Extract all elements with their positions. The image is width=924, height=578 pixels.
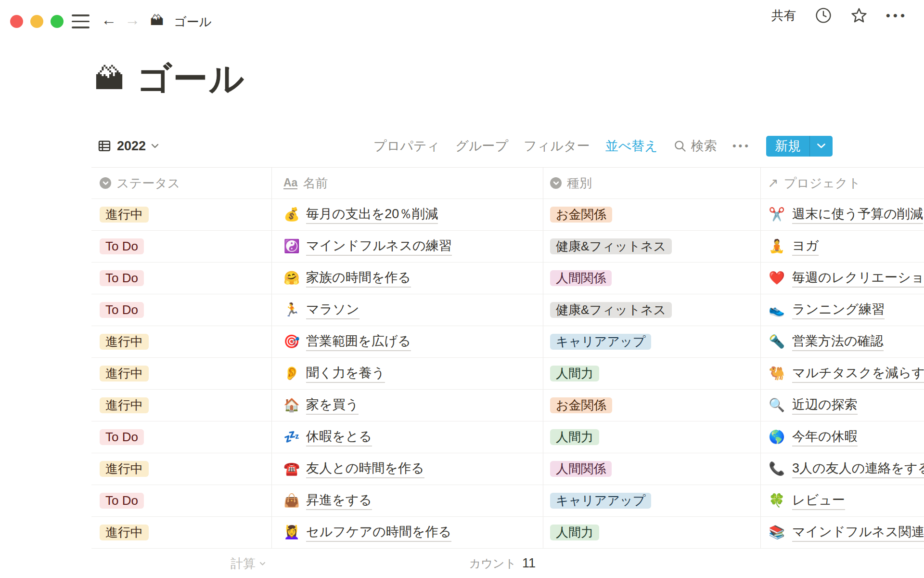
new-button-chevron-icon[interactable] <box>810 136 833 157</box>
project-link[interactable]: マインドフルネス関連 <box>792 523 924 541</box>
name-cell[interactable]: 🏠 家を買う <box>271 390 543 421</box>
count-display[interactable]: カウント 11 <box>271 556 543 571</box>
share-button[interactable]: 共有 <box>771 7 796 24</box>
type-cell[interactable]: 人間力 <box>543 358 760 389</box>
row-page-link[interactable]: 友人との時間を作る <box>306 460 424 478</box>
project-link[interactable]: 近辺の探索 <box>792 396 858 414</box>
project-cell[interactable]: 🍀 レビュー <box>760 485 924 516</box>
status-cell[interactable]: 進行中 <box>91 358 271 389</box>
forward-arrow-icon[interactable]: → <box>125 12 140 27</box>
name-cell[interactable]: 👜 昇進をする <box>271 485 543 516</box>
column-header-type[interactable]: 種別 <box>543 168 760 198</box>
view-switcher[interactable]: 2022 <box>97 135 159 157</box>
project-link[interactable]: ヨガ <box>792 237 819 255</box>
status-cell[interactable]: 進行中 <box>91 199 271 230</box>
project-link[interactable]: 週末に使う予算の削減 <box>792 205 923 223</box>
project-link[interactable]: 3人の友人の連絡をする <box>792 460 924 478</box>
page-title[interactable]: ゴール <box>137 56 245 102</box>
name-cell[interactable]: 🤗 家族の時間を作る <box>271 263 543 294</box>
row-page-link[interactable]: マラソン <box>306 301 359 319</box>
project-link[interactable]: 今年の休暇 <box>792 428 858 446</box>
status-cell[interactable]: To Do <box>91 294 271 326</box>
status-cell[interactable]: To Do <box>91 485 271 516</box>
column-header-name[interactable]: Aa 名前 <box>271 168 543 198</box>
filter-button[interactable]: フィルター <box>524 137 590 155</box>
row-page-link[interactable]: 昇進をする <box>306 491 372 510</box>
status-cell[interactable]: To Do <box>91 231 271 262</box>
name-cell[interactable]: ☯️ マインドフルネスの練習 <box>271 231 543 262</box>
row-page-link[interactable]: 毎月の支出を20％削減 <box>306 205 438 223</box>
project-cell[interactable]: 📚 マインドフルネス関連 <box>760 517 924 548</box>
name-cell[interactable]: 💤 休暇をとる <box>271 421 543 453</box>
name-cell[interactable]: 👂 聞く力を養う <box>271 358 543 389</box>
row-page-link[interactable]: マインドフルネスの練習 <box>306 237 452 255</box>
status-cell[interactable]: To Do <box>91 421 271 453</box>
name-cell[interactable]: 💆‍♀️ セルフケアの時間を作る <box>271 517 543 548</box>
new-button[interactable]: 新規 <box>766 136 833 157</box>
status-cell[interactable]: 進行中 <box>91 390 271 421</box>
row-page-emoji: 👜 <box>283 494 300 507</box>
type-cell[interactable]: 健康&フィットネス <box>543 231 760 262</box>
sidebar-menu-icon[interactable] <box>72 14 90 28</box>
project-link[interactable]: 営業方法の確認 <box>792 332 884 351</box>
status-cell[interactable]: 進行中 <box>91 453 271 485</box>
row-page-emoji: 🏃 <box>283 303 300 316</box>
name-cell[interactable]: 🎯 営業範囲を広げる <box>271 326 543 357</box>
project-cell[interactable]: 🔍 近辺の探索 <box>760 390 924 421</box>
row-page-link[interactable]: セルフケアの時間を作る <box>306 523 451 541</box>
type-cell[interactable]: 健康&フィットネス <box>543 294 760 326</box>
project-link[interactable]: マルチタスクを減らす <box>792 364 924 382</box>
type-cell[interactable]: キャリアアップ <box>543 326 760 357</box>
row-page-link[interactable]: 家族の時間を作る <box>306 269 411 287</box>
status-cell[interactable]: 進行中 <box>91 326 271 357</box>
close-window-button[interactable] <box>10 15 23 28</box>
group-button[interactable]: グループ <box>455 137 508 155</box>
name-cell[interactable]: 🏃 マラソン <box>271 294 543 326</box>
sort-button[interactable]: 並べ替え <box>605 137 658 155</box>
project-cell[interactable]: ❤️ 毎週のレクリエーション <box>760 263 924 294</box>
status-badge: To Do <box>100 493 144 509</box>
project-cell[interactable]: 📞 3人の友人の連絡をする <box>760 453 924 485</box>
row-page-link[interactable]: 営業範囲を広げる <box>306 332 411 351</box>
column-header-status[interactable]: ステータス <box>91 168 271 198</box>
breadcrumb-doc-title[interactable]: ゴール <box>174 13 212 30</box>
favorite-star-icon[interactable] <box>850 7 868 24</box>
row-page-link[interactable]: 休暇をとる <box>306 428 372 446</box>
page-header: 🏔 ゴール <box>94 56 245 102</box>
zoom-window-button[interactable] <box>51 15 64 28</box>
project-cell[interactable]: 🐫 マルチタスクを減らす <box>760 358 924 389</box>
row-page-link[interactable]: 家を買う <box>306 396 359 414</box>
name-cell[interactable]: 💰 毎月の支出を20％削減 <box>271 199 543 230</box>
type-cell[interactable]: お金関係 <box>543 390 760 421</box>
row-page-link[interactable]: 聞く力を養う <box>306 364 385 382</box>
project-cell[interactable]: 👟 ランニング練習 <box>760 294 924 326</box>
project-link[interactable]: ランニング練習 <box>792 301 885 319</box>
status-cell[interactable]: To Do <box>91 263 271 294</box>
project-cell[interactable]: 🌎 今年の休暇 <box>760 421 924 453</box>
search-button[interactable]: 検索 <box>673 137 717 155</box>
properties-button[interactable]: プロパティ <box>373 137 440 155</box>
minimize-window-button[interactable] <box>30 15 43 28</box>
type-cell[interactable]: キャリアアップ <box>543 485 760 516</box>
name-cell[interactable]: ☎️ 友人との時間を作る <box>271 453 543 485</box>
view-options-icon[interactable]: ••• <box>732 140 751 152</box>
more-options-icon[interactable]: ••• <box>886 8 908 23</box>
type-cell[interactable]: 人間関係 <box>543 263 760 294</box>
type-cell[interactable]: 人間力 <box>543 421 760 453</box>
status-cell[interactable]: 進行中 <box>91 517 271 548</box>
doc-mountain-emoji: 🏔 <box>150 13 164 28</box>
column-header-project[interactable]: ↗ プロジェクト <box>760 168 924 198</box>
project-cell[interactable]: 🧘 ヨガ <box>760 231 924 262</box>
type-cell[interactable]: 人間関係 <box>543 453 760 485</box>
history-clock-icon[interactable] <box>815 7 832 24</box>
project-link[interactable]: 毎週のレクリエーション <box>792 269 924 287</box>
page-mountain-emoji[interactable]: 🏔 <box>94 64 124 94</box>
back-arrow-icon[interactable]: ← <box>101 12 116 27</box>
project-cell[interactable]: 🔦 営業方法の確認 <box>760 326 924 357</box>
type-cell[interactable]: お金関係 <box>543 199 760 230</box>
type-cell[interactable]: 人間力 <box>543 517 760 548</box>
search-icon <box>673 139 687 153</box>
project-link[interactable]: レビュー <box>792 491 845 510</box>
calculate-button[interactable]: 計算 <box>91 555 271 572</box>
project-cell[interactable]: ✂️ 週末に使う予算の削減 <box>760 199 924 230</box>
